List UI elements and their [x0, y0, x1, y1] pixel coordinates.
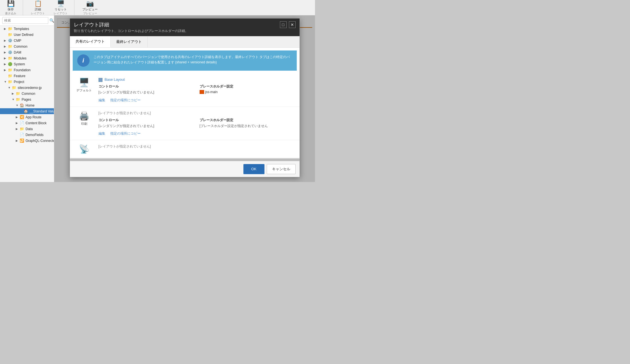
search-input[interactable] — [2, 17, 48, 24]
document-icon: 📄 — [20, 133, 25, 137]
sidebar-item-common2[interactable]: ▶ 📁 Common — [0, 91, 54, 96]
placeholder-header: プレースホルダー設定 — [200, 84, 295, 89]
maximize-button[interactable]: □ — [280, 21, 287, 28]
device-rss: 📡 — [74, 144, 94, 154]
arrow-icon: ▶ — [4, 68, 8, 72]
sidebar-item-content-block[interactable]: ▶ 📄 Content Block — [0, 120, 54, 126]
preview-button[interactable]: 📷 プレビュー プレビュー — [80, 0, 100, 17]
layout-grid: コントロール [レンダリングが指定されていません] プレースホルダー設定 jss… — [99, 84, 295, 95]
item-label: Foundation — [14, 68, 31, 72]
save-label: 保存 — [8, 7, 14, 11]
save-button[interactable]: 💾 保存 書き込み — [3, 0, 19, 17]
item-label: Home — [26, 103, 35, 107]
control-col: コントロール [レンダリングが指定されていません] — [99, 84, 194, 95]
item-label: GraphQL-ConnectedDemo — [26, 139, 54, 143]
item-label: CMP — [14, 39, 21, 43]
placeholder-badge: jss-main — [200, 90, 218, 94]
edit-link[interactable]: 編集 — [99, 132, 105, 135]
gear-icon: ⚙️ — [8, 38, 13, 43]
layout-section: 📋 詳細 レイアウト 🖥️ リセット レイアウト — [29, 0, 74, 17]
item-label: Common — [14, 45, 28, 49]
folder-icon: 📁 — [8, 68, 13, 72]
sidebar-item-templates[interactable]: ▶ 📁 Templates — [0, 26, 54, 32]
cancel-button[interactable]: キャンセル — [267, 164, 296, 174]
sidebar-item-data[interactable]: ▶ 📁 Data — [0, 126, 54, 132]
sidebar-item-project[interactable]: ▼ 📁 Project — [0, 79, 54, 85]
sidebar-item-standard-values[interactable]: 🏠 __Standard Values — [0, 108, 54, 114]
placeholder-header: プレースホルダー設定 — [200, 118, 295, 123]
arrow-icon: ▶ — [16, 121, 20, 125]
item-label: Feature — [14, 74, 25, 78]
arrow-icon: ▼ — [12, 98, 16, 101]
preview-sublabel: プレビュー — [83, 11, 97, 15]
arrow-icon: ▶ — [12, 92, 16, 95]
monitor-icon: 🖥️ — [79, 77, 89, 87]
detail-button[interactable]: 📋 詳細 レイアウト — [29, 0, 47, 17]
layout-no-text: [レイアウトが指定されていません] — [99, 144, 295, 149]
reset-button[interactable]: 🖥️ リセット レイアウト — [51, 0, 70, 17]
sidebar-item-home[interactable]: ▼ 🏠 Home — [0, 102, 54, 108]
sidebar-item-app-route[interactable]: ▶ 🔀 App Route — [0, 114, 54, 120]
sidebar-item-sitecoredemo[interactable]: ▼ 📁 sitecoredemo-jp — [0, 85, 54, 91]
modal-body[interactable]: i このタブはアイテムのすべてのバージョンで使用される共有のレイアウト詳細を表示… — [70, 48, 300, 161]
edit-link[interactable]: 編集 — [99, 98, 105, 102]
sidebar-item-dam[interactable]: ▶ ⚙️ DAM — [0, 49, 54, 55]
item-label: Templates — [14, 27, 29, 31]
item-label: Common — [22, 92, 35, 96]
save-sublabel: 書き込み — [5, 11, 16, 15]
home-icon: 🏠 — [20, 103, 25, 107]
folder-icon: 📁 — [12, 86, 17, 90]
copy-link[interactable]: 指定の場所にコピー — [110, 132, 141, 135]
sidebar-item-graphql[interactable]: ▶ 🔁 GraphQL-ConnectedDemo — [0, 138, 54, 144]
home-icon: 🏠 — [24, 109, 29, 113]
layout-link[interactable]: Base Layout — [104, 77, 125, 82]
item-label: DAM — [14, 50, 21, 54]
placeholder-badge-icon — [200, 90, 204, 94]
search-button[interactable]: 🔍 — [49, 18, 54, 23]
modal-title: レイアウト詳細 — [74, 21, 188, 28]
layout-actions: 編集 指定の場所にコピー — [99, 97, 295, 103]
save-icon: 💾 — [7, 0, 15, 7]
horizontal-scrollbar[interactable] — [70, 158, 300, 161]
item-label: Content Block — [26, 121, 47, 125]
sidebar-item-modules[interactable]: ▶ 📁 Modules — [0, 55, 54, 61]
sidebar-item-user-defined[interactable]: 📁 User Defined — [0, 32, 54, 38]
arrow-icon: ▶ — [4, 39, 8, 42]
arrow-icon: ▼ — [16, 104, 20, 107]
layout-row-default: 🖥️ デフォルト Base Layout コントロール — [70, 73, 300, 107]
folder-icon: 📁 — [8, 33, 13, 37]
layout-details-rss: [レイアウトが指定されていません] — [99, 144, 295, 151]
sidebar-item-system[interactable]: ▶ 🟢 System — [0, 61, 54, 67]
tab-final-layout[interactable]: 最終レイアウト — [111, 36, 148, 47]
detail-sublabel: レイアウト — [31, 11, 45, 15]
gear-icon: ⚙️ — [8, 50, 13, 54]
copy-link[interactable]: 指定の場所にコピー — [110, 98, 141, 102]
arrow-icon: ▶ — [4, 57, 8, 60]
tab-shared-layout[interactable]: 共有のレイアウト — [70, 36, 111, 47]
sidebar-item-demo-fields[interactable]: 📄 DemoFields — [0, 132, 54, 138]
arrow-icon: ▶ — [16, 127, 20, 130]
sidebar-item-pages[interactable]: ▼ 📁 Pages — [0, 96, 54, 102]
preview-label: プレビュー — [82, 7, 98, 11]
sidebar-item-feature[interactable]: 📁 Feature — [0, 73, 54, 79]
route-icon: 🔀 — [20, 115, 25, 119]
control-value: [レンダリングが指定されていません] — [99, 124, 194, 128]
close-button[interactable]: ✕ — [289, 21, 296, 28]
rss-icon: 📡 — [79, 144, 89, 154]
device-print: 🖨️ 印刷 — [74, 111, 94, 126]
device-label: デフォルト — [76, 88, 92, 93]
info-text: このタブはアイテムのすべてのバージョンで使用される共有のレイアウト詳細を表示しま… — [93, 54, 292, 67]
control-col: コントロール [レンダリングが指定されていません] — [99, 118, 194, 128]
arrow-icon: ▶ — [4, 45, 8, 48]
sidebar-item-common1[interactable]: ▶ 📁 Common — [0, 43, 54, 49]
arrow-icon: ▶ — [16, 139, 20, 142]
item-label: Modules — [14, 56, 26, 60]
sidebar: 🔍 ▼ ▶ 📁 Templates 📁 User Defined ▶ ⚙️ CM… — [0, 15, 54, 182]
ok-button[interactable]: OK — [243, 164, 264, 174]
layout-name: Base Layout — [99, 77, 295, 82]
modal-header: レイアウト詳細 割り当てられたレイアウト、コントロールおよびプレースホルダーの詳… — [70, 19, 300, 36]
item-label: sitecoredemo-jp — [18, 86, 42, 90]
layout-icon — [99, 78, 102, 82]
sidebar-item-cmp[interactable]: ▶ ⚙️ CMP — [0, 38, 54, 43]
sidebar-item-foundation[interactable]: ▶ 📁 Foundation — [0, 67, 54, 73]
